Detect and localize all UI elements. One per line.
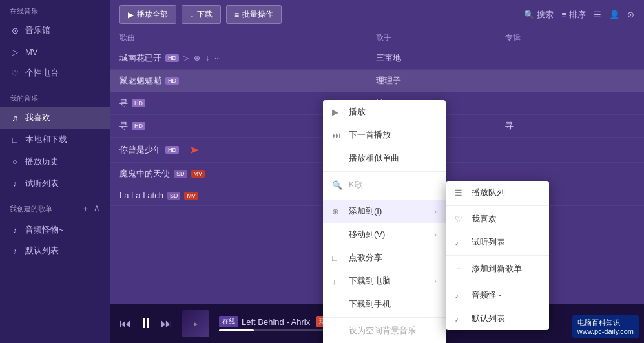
hd-badge-4: HD [132, 122, 145, 130]
ctx-play-icon: ▶ [332, 107, 342, 117]
toolbar-left: ▶ 播放全部 ↓ 下载 ≡ 批量操作 [119, 5, 282, 24]
online-section-title: 在线音乐 [0, 0, 110, 19]
mv-icon: ▷ [10, 47, 20, 57]
sort-btn[interactable]: ≡ 排序 [561, 9, 586, 21]
playlist-audio-icon: ♪ [10, 225, 20, 235]
sidebar-item-history[interactable]: ○ 播放历史 [0, 151, 110, 172]
sd-badge-7: SD [167, 192, 181, 200]
sub-trial-icon: ♪ [455, 238, 465, 247]
ctx-move-to[interactable]: 移动到(V) › [323, 223, 446, 246]
search-btn[interactable]: 🔍 搜索 [524, 9, 554, 21]
playlist-default-icon: ♪ [10, 245, 20, 256]
play-all-button[interactable]: ▶ 播放全部 [119, 5, 176, 24]
add-playlist-btn[interactable]: ＋ [81, 203, 90, 214]
ctx-add-arrow: › [434, 207, 437, 215]
sub-fav-icon: ♡ [455, 214, 465, 224]
hd-badge-2: HD [165, 77, 179, 85]
artist-1: 三亩地 [376, 52, 505, 64]
album-4: 寻 [505, 120, 634, 132]
col-album: 专辑 [505, 32, 634, 43]
online-badge: 在线 [219, 316, 238, 327]
song-actions-1: ▷ ⊕ ↓ ··· [183, 54, 221, 63]
sub-ctx-add-new[interactable]: ＋ 添加到新歌单 [446, 257, 549, 280]
hd-badge-3: HD [132, 99, 145, 107]
sub-ctx-trial[interactable]: ♪ 试听列表 [446, 231, 549, 254]
hd-badge-5: HD [165, 146, 179, 154]
download-button[interactable]: ↓ 下载 [182, 5, 221, 24]
toolbar-right: 🔍 搜索 ≡ 排序 ☰ 👤 ⊙ [524, 9, 634, 21]
playlist-item-audio[interactable]: ♪ 音频怪物~ [0, 220, 110, 240]
sidebar-item-trial[interactable]: ♪ 试听列表 [0, 172, 110, 194]
watermark: 电脑百科知识 www.pc-daily.com [572, 315, 639, 338]
list-view-icon[interactable]: ☰ [594, 10, 601, 19]
sidebar-item-mv[interactable]: ▷ MV [0, 41, 110, 62]
song-row[interactable]: 城南花已开 HD ▷ ⊕ ↓ ··· 三亩地 [110, 47, 644, 70]
arrow-icon: ➤ [189, 143, 199, 157]
sub-queue-icon: ☰ [455, 188, 465, 198]
search-icon: 🔍 [524, 10, 534, 19]
collapse-btn[interactable]: ∧ [94, 203, 100, 214]
col-song: 歌曲 [119, 32, 376, 43]
sidebar: 在线音乐 ⊙ 音乐馆 ▷ MV ♡ 个性电台 我的音乐 ♬ 我喜欢 □ 本地和下… [0, 0, 110, 343]
sub-context-menu: ☰ 播放队列 ♡ 我喜欢 ♪ 试听列表 ＋ 添加到新歌单 ♪ 音频怪~ ♪ 默认… [446, 181, 549, 330]
history-icon: ○ [10, 156, 20, 167]
sd-badge-6: SD [174, 170, 187, 178]
sub-ctx-favorite[interactable]: ♡ 我喜欢 [446, 207, 549, 231]
play-song-icon[interactable]: ▷ [183, 54, 189, 63]
ctx-play[interactable]: ▶ 播放 [323, 100, 446, 123]
song-title-2: 鬣魅魍魉魈 HD [119, 75, 376, 87]
col-artist: 歌手 [376, 32, 505, 43]
ctx-k-icon: 🔍 [332, 180, 342, 190]
ctx-share[interactable]: □ 点歌分享 [323, 246, 446, 269]
song-info-row: 在线 Left Behind - Ahrix 现场 [219, 316, 335, 327]
batch-button[interactable]: ≡ 批量操作 [226, 5, 282, 24]
prev-button[interactable]: ⏮ [119, 317, 131, 331]
song-row[interactable]: 鬣魅魍魉魈 HD 理理子 [110, 70, 644, 92]
pause-button[interactable]: ⏸ [139, 315, 153, 332]
radio-icon: ♡ [10, 68, 20, 78]
album-art: ▶ [182, 310, 209, 337]
sub-ctx-audio-monster[interactable]: ♪ 音频怪~ [446, 284, 549, 307]
sidebar-item-music-hall[interactable]: ⊙ 音乐馆 [0, 19, 110, 41]
sub-ctx-default[interactable]: ♪ 默认列表 [446, 307, 549, 330]
ctx-download-pc[interactable]: ↓ 下载到电脑 › [323, 269, 446, 293]
sidebar-item-radio[interactable]: ♡ 个性电台 [0, 62, 110, 84]
sub-ctx-queue[interactable]: ☰ 播放队列 [446, 181, 549, 204]
sub-ctx-sep-2 [446, 255, 549, 256]
ctx-k-song[interactable]: 🔍 K歌 [323, 173, 446, 196]
song-info: 在线 Left Behind - Ahrix 现场 [219, 316, 335, 331]
add-song-icon[interactable]: ⊕ [194, 54, 200, 63]
ctx-sep-3 [323, 317, 446, 318]
local-icon: □ [10, 134, 20, 145]
more-song-icon[interactable]: ··· [214, 54, 221, 63]
sidebar-item-local[interactable]: □ 本地和下载 [0, 129, 110, 151]
sidebar-item-favorites[interactable]: ♬ 我喜欢 [0, 107, 110, 129]
sub-add-icon: ＋ [455, 263, 465, 275]
ctx-add-icon: ⊕ [332, 207, 342, 216]
sub-default-icon: ♪ [455, 314, 465, 324]
ctx-sep-2 [323, 198, 446, 198]
sort-icon: ≡ [561, 10, 566, 19]
artist-2: 理理子 [376, 75, 505, 87]
music-hall-icon: ⊙ [10, 25, 20, 36]
progress-bar[interactable] [219, 329, 335, 331]
ctx-play-next[interactable]: ⏭ 下一首播放 [323, 123, 446, 147]
ctx-sep-1 [323, 171, 446, 172]
my-music-title: 我的音乐 [0, 87, 110, 107]
dl-song-icon[interactable]: ↓ [205, 54, 209, 63]
column-header: 歌曲 歌手 专辑 [110, 29, 644, 47]
user-icon[interactable]: 👤 [609, 10, 619, 19]
next-button[interactable]: ⏭ [161, 317, 172, 331]
play-all-icon: ▶ [128, 10, 134, 19]
ctx-move-arrow: › [434, 231, 437, 238]
batch-icon: ≡ [234, 10, 239, 19]
ctx-download-mobile[interactable]: 下载到手机 [323, 293, 446, 316]
settings-icon[interactable]: ⊙ [627, 10, 634, 19]
hd-badge: HD [165, 54, 179, 62]
playlist-item-default[interactable]: ♪ 默认列表 [0, 240, 110, 261]
ctx-add-to[interactable]: ⊕ 添加到(I) › [323, 200, 446, 223]
ctx-background[interactable]: 设为空间背景音乐 [323, 319, 446, 342]
ctx-play-similar[interactable]: 播放相似单曲 [323, 147, 446, 170]
ctx-dl-arrow: › [434, 277, 437, 285]
player-controls: ⏮ ⏸ ⏭ [119, 315, 172, 332]
